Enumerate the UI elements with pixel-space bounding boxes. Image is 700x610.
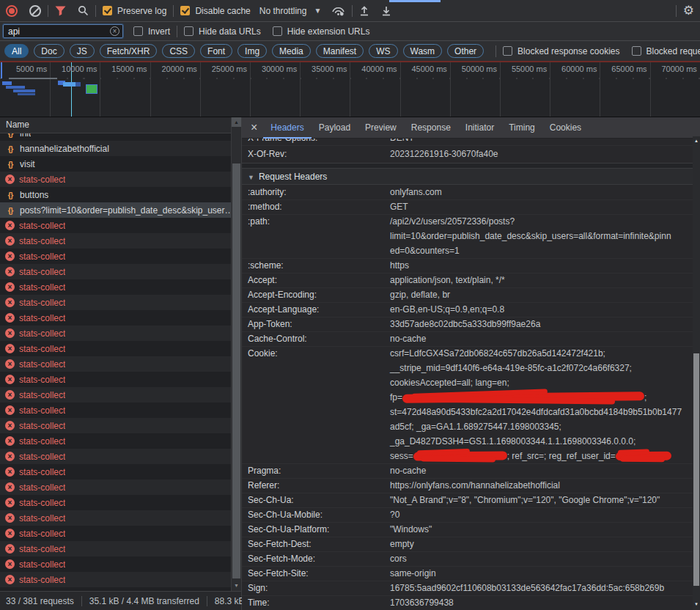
checkbox-blocked-requests[interactable]: Blocked requests — [632, 46, 700, 56]
filter-pill-media[interactable]: Media — [272, 44, 311, 58]
network-overview-timeline[interactable]: 5000 ms10000 ms15000 ms20000 ms25000 ms3… — [0, 62, 700, 117]
network-conditions-icon[interactable] — [331, 6, 345, 16]
hide-extension-urls-checkbox[interactable]: Hide extension URLs — [273, 26, 370, 37]
search-icon[interactable] — [78, 5, 89, 16]
checkbox-unchecked-icon[interactable] — [632, 46, 641, 56]
request-row[interactable]: ×stats-collect — [0, 279, 241, 295]
request-row[interactable]: ×stats-collect — [0, 249, 241, 264]
tab-response[interactable]: Response — [404, 117, 458, 139]
request-row[interactable]: ×stats-collect — [0, 387, 241, 403]
scroll-up-icon[interactable]: ▲ — [693, 136, 700, 145]
clear-button[interactable] — [29, 5, 41, 17]
record-button[interactable] — [6, 5, 18, 17]
header-value-line: fp=; — [390, 390, 693, 405]
request-row[interactable]: ×stats-collect — [0, 172, 241, 187]
request-row[interactable]: ×stats-collect — [0, 556, 241, 572]
header-value-line: 33d57ade8c02dbc5a333db99ff9ae26a — [390, 317, 693, 331]
request-row[interactable]: ×stats-collect — [0, 310, 241, 326]
resource-type-filter-row: AllDocJSFetch/XHRCSSFontImgMediaManifest… — [0, 41, 700, 61]
request-row[interactable]: ×stats-collect — [0, 218, 241, 233]
request-row[interactable]: ×stats-collect — [0, 526, 241, 541]
filter-pill-font[interactable]: Font — [200, 44, 232, 58]
checkbox-checked-icon[interactable] — [103, 6, 112, 15]
scrollbar-thumb[interactable] — [693, 353, 699, 586]
filter-pill-js[interactable]: JS — [70, 44, 95, 58]
request-row[interactable]: ×stats-collect — [0, 449, 241, 464]
request-row[interactable]: ×stats-collect — [0, 495, 241, 510]
tab-cookies[interactable]: Cookies — [542, 117, 589, 139]
tab-payload[interactable]: Payload — [312, 117, 358, 139]
request-row[interactable]: ×stats-collect — [0, 418, 241, 433]
disclosure-triangle-icon[interactable]: ▼ — [248, 174, 254, 181]
filter-pill-doc[interactable]: Doc — [34, 44, 64, 58]
request-row[interactable]: ×stats-collect — [0, 264, 241, 279]
request-row[interactable]: ×stats-collect — [0, 295, 241, 310]
header-value: "Not_A Brand";v="8", "Chromium";v="120",… — [390, 493, 693, 507]
request-row[interactable]: {}init — [0, 133, 241, 141]
import-har-icon[interactable] — [359, 5, 369, 16]
checkbox-unchecked-icon[interactable] — [273, 26, 282, 36]
request-row[interactable]: ×stats-collect — [0, 372, 241, 387]
header-name: Cache-Control: — [248, 331, 390, 346]
request-row[interactable]: ×stats-collect — [0, 403, 241, 418]
waterfall-bar — [86, 84, 97, 94]
request-row[interactable]: ×stats-collect — [0, 464, 241, 479]
scroll-down-icon[interactable]: ▼ — [693, 600, 700, 609]
hide-data-urls-checkbox[interactable]: Hide data URLs — [184, 26, 261, 37]
request-row[interactable]: {}buttons — [0, 187, 241, 202]
chevron-down-icon[interactable]: ▼ — [314, 7, 321, 15]
filter-pill-fetch-xhr[interactable]: Fetch/XHR — [100, 44, 158, 58]
filter-pill-css[interactable]: CSS — [162, 44, 195, 58]
request-row[interactable]: ×stats-collect — [0, 326, 241, 341]
checkbox-unchecked-icon[interactable] — [184, 26, 194, 36]
header-value: GET — [390, 199, 693, 214]
header-value-text: same-origin — [390, 568, 436, 578]
tab-preview[interactable]: Preview — [358, 117, 404, 139]
clear-filter-icon[interactable]: × — [110, 26, 119, 36]
export-har-icon[interactable] — [381, 5, 391, 16]
request-row[interactable]: ×stats-collect — [0, 510, 241, 526]
preserve-log-checkbox[interactable]: Preserve log — [103, 6, 166, 16]
request-headers-section-header[interactable]: ▼Request Headers — [242, 169, 693, 185]
checkbox-blocked-response-cookies[interactable]: Blocked response cookies — [503, 46, 619, 56]
scroll-up-icon[interactable]: ▲ — [232, 117, 241, 127]
checkbox-unchecked-icon[interactable] — [133, 26, 143, 36]
invert-checkbox[interactable]: Invert — [133, 26, 170, 37]
tab-initiator[interactable]: Initiator — [458, 117, 501, 139]
filter-pill-wasm[interactable]: Wasm — [403, 44, 443, 58]
header-row: Accept-Language:en-GB,en-US;q=0.9,en;q=0… — [242, 302, 693, 317]
scrollbar-thumb[interactable] — [232, 163, 240, 578]
filter-pill-ws[interactable]: WS — [369, 44, 397, 58]
throttling-select[interactable]: No throttling — [259, 6, 307, 16]
checkbox-checked-icon[interactable] — [180, 6, 190, 15]
tab-timing[interactable]: Timing — [501, 117, 542, 139]
request-row[interactable]: ×stats-collect — [0, 541, 241, 556]
details-scrollbar[interactable]: ▲ ▼ — [693, 136, 700, 610]
close-icon[interactable]: × — [251, 122, 257, 133]
request-row[interactable]: ×stats-collect — [0, 341, 241, 356]
requests-scrollbar[interactable]: ▲ ▼ — [231, 117, 241, 591]
name-column-header[interactable]: Name — [0, 117, 241, 133]
toolbar-divider — [95, 5, 96, 17]
request-row[interactable]: ×stats-collect — [0, 479, 241, 495]
request-row[interactable]: ×stats-collect — [0, 233, 241, 249]
disable-cache-checkbox[interactable]: Disable cache — [180, 6, 250, 16]
request-name: stats-collect — [19, 482, 65, 493]
request-row[interactable]: ×stats-collect — [0, 572, 241, 587]
header-value-line: __stripe_mid=9df140f6-e64a-419e-85fc-a1c… — [390, 361, 693, 375]
scroll-down-icon[interactable]: ▼ — [232, 581, 241, 590]
filter-pill-all[interactable]: All — [4, 44, 29, 58]
request-row-selected[interactable]: {}posts?limit=10&order=publish_date_desc… — [0, 202, 241, 218]
request-row[interactable]: {}visit — [0, 156, 241, 172]
filter-input[interactable]: api × — [3, 24, 123, 38]
request-row[interactable]: ×stats-collect — [0, 356, 241, 372]
filter-pill-manifest[interactable]: Manifest — [316, 44, 364, 58]
settings-gear-icon[interactable]: ⚙ — [683, 4, 694, 17]
filter-icon[interactable] — [55, 6, 66, 16]
checkbox-unchecked-icon[interactable] — [503, 46, 512, 56]
tab-headers[interactable]: Headers — [263, 117, 311, 139]
request-row[interactable]: {}hannahelizabethofficial — [0, 141, 241, 156]
request-row[interactable]: ×stats-collect — [0, 433, 241, 449]
filter-pill-other[interactable]: Other — [447, 44, 484, 58]
filter-pill-img[interactable]: Img — [237, 44, 267, 58]
